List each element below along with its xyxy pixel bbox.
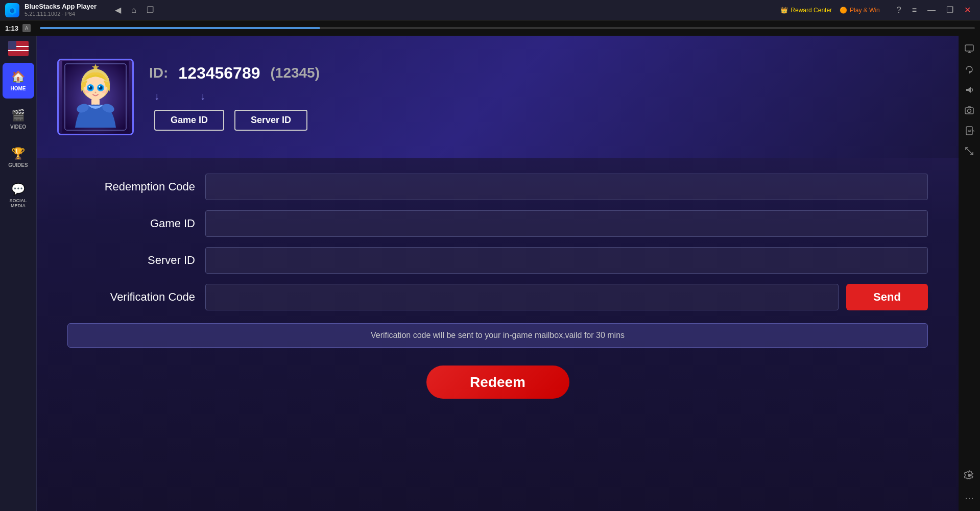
timer-icon: A (22, 24, 31, 32)
bluestacks-logo (5, 3, 19, 17)
display-icon[interactable] (961, 41, 977, 57)
help-button[interactable]: ? (893, 4, 905, 16)
server-id-label: Server ID (67, 254, 195, 267)
server-id-arrow: ↓ (200, 90, 205, 102)
home-icon: 🏠 (11, 70, 25, 84)
sidebar-item-guides[interactable]: 🏆 GUIDES (3, 139, 34, 175)
game-id-input[interactable] (205, 210, 928, 237)
sidebar-home-label: HOME (11, 86, 26, 91)
svg-point-13 (89, 86, 90, 88)
right-bar: APK ⋯ (959, 36, 980, 511)
header-info: ID: 123456789 (12345) ↓ ↓ Game ID Server… (149, 64, 320, 131)
character-portrait (57, 59, 134, 135)
server-number: (12345) (271, 65, 320, 81)
svg-point-14 (99, 86, 101, 88)
sidebar-item-video[interactable]: 🎬 VIDEO (3, 101, 34, 137)
svg-text:APK: APK (968, 129, 974, 133)
game-id-arrow: ↓ (154, 90, 159, 102)
game-id-label: Game ID (67, 217, 195, 230)
id-arrows: ↓ ↓ (154, 90, 320, 102)
reward-center[interactable]: 👑 Reward Center (780, 7, 832, 14)
sidebar-guides-label: GUIDES (8, 162, 28, 168)
rotate-icon[interactable] (961, 61, 977, 78)
character-image (59, 60, 132, 134)
server-id-button[interactable]: Server ID (234, 110, 307, 131)
info-bar: Verification code will be sent to your i… (67, 323, 928, 348)
settings-icon[interactable] (961, 467, 977, 483)
maximize-button[interactable]: ❐ (942, 4, 958, 16)
resize-icon[interactable] (961, 143, 977, 159)
more-icon[interactable]: ⋯ (961, 490, 977, 506)
game-content: ID: 123456789 (12345) ↓ ↓ Game ID Server… (37, 36, 959, 511)
sidebar-social-label: SOCIAL MEDIA (3, 198, 34, 208)
sidebar-item-social[interactable]: 💬 SOCIAL MEDIA (3, 178, 34, 213)
close-button[interactable]: ✕ (960, 4, 975, 16)
svg-point-15 (83, 90, 89, 93)
form-section: Redemption Code Game ID Server ID Verifi… (37, 158, 959, 511)
back-button[interactable]: ◀ (112, 4, 124, 16)
main-area: 🏠 HOME 🎬 VIDEO 🏆 GUIDES 💬 SOCIAL MEDIA (0, 36, 980, 511)
id-buttons: Game ID Server ID (154, 110, 320, 131)
verification-code-input[interactable] (205, 284, 839, 310)
app-name: BlueStacks App Player (25, 3, 97, 11)
guides-icon: 🏆 (11, 147, 25, 160)
progress-fill (40, 27, 320, 29)
svg-point-27 (968, 109, 971, 113)
send-button[interactable]: Send (846, 284, 928, 310)
sidebar-video-label: VIDEO (10, 124, 26, 130)
copy-button[interactable]: ❐ (144, 4, 157, 16)
reward-icon: 👑 (780, 7, 788, 14)
title-bar: BlueStacks App Player 5.21.111.1002 · P6… (0, 0, 980, 20)
svg-point-16 (102, 90, 108, 93)
apk-icon[interactable]: APK (961, 123, 977, 139)
verification-code-label: Verification Code (67, 290, 195, 304)
play-win[interactable]: 🟠 Play & Win (840, 7, 880, 14)
minimize-button[interactable]: — (923, 4, 940, 16)
progress-bar (40, 27, 975, 29)
redemption-code-input[interactable] (205, 174, 928, 200)
volume-icon[interactable] (961, 82, 977, 98)
camera-icon[interactable] (961, 102, 977, 118)
id-label: ID: (149, 65, 168, 81)
timer-text: 1:13 (5, 25, 18, 32)
svg-marker-25 (966, 87, 971, 93)
sidebar: 🏠 HOME 🎬 VIDEO 🏆 GUIDES 💬 SOCIAL MEDIA (0, 36, 37, 511)
redemption-code-label: Redemption Code (67, 180, 195, 193)
verification-code-row: Verification Code Send (67, 284, 928, 310)
redeem-button[interactable]: Redeem (426, 366, 569, 399)
svg-line-30 (966, 148, 973, 155)
flag-button[interactable] (8, 41, 29, 56)
home-nav-button[interactable]: ⌂ (128, 4, 139, 16)
video-icon: 🎬 (11, 109, 25, 122)
redemption-code-row: Redemption Code (67, 174, 928, 200)
sidebar-item-home[interactable]: 🏠 HOME (3, 63, 34, 99)
window-controls: ? ≡ — ❐ ✕ (893, 4, 975, 16)
svg-rect-22 (965, 45, 973, 51)
player-id-number: 123456789 (178, 64, 260, 83)
svg-point-17 (95, 92, 97, 93)
nav-buttons: ◀ ⌂ ❐ (112, 4, 157, 16)
game-header: ID: 123456789 (12345) ↓ ↓ Game ID Server… (37, 36, 959, 158)
social-icon: 💬 (11, 183, 25, 196)
server-id-input[interactable] (205, 247, 928, 274)
game-id-button[interactable]: Game ID (154, 110, 224, 131)
player-id-row: ID: 123456789 (12345) (149, 64, 320, 83)
server-id-row: Server ID (67, 247, 928, 274)
app-version: 5.21.111.1002 · P64 (25, 11, 97, 17)
svg-rect-18 (91, 99, 100, 105)
game-id-row: Game ID (67, 210, 928, 237)
title-bar-right: 👑 Reward Center 🟠 Play & Win ? ≡ — ❐ ✕ (780, 4, 975, 16)
title-bar-left: BlueStacks App Player 5.21.111.1002 · P6… (5, 3, 780, 17)
timer-bar: 1:13 A (0, 20, 980, 36)
play-win-icon: 🟠 (840, 7, 847, 14)
menu-button[interactable]: ≡ (908, 4, 921, 16)
